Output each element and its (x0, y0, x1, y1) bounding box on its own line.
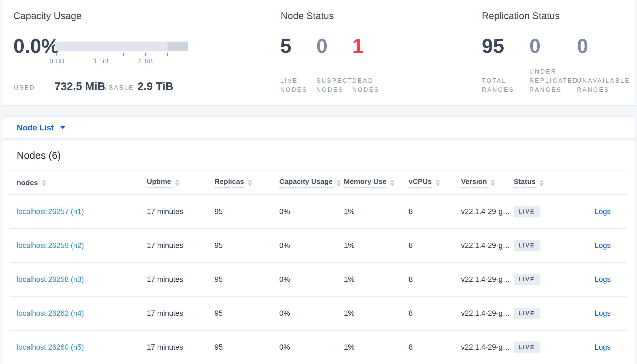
sort-icon (390, 180, 395, 186)
unavailable-ranges-count: 0 (577, 36, 588, 56)
column-header-uptime[interactable]: Uptime (147, 178, 214, 188)
sort-icon (337, 180, 341, 186)
vcpus-cell: 8 (409, 241, 461, 250)
vcpus-cell: 8 (409, 207, 461, 216)
sort-icon (436, 180, 440, 186)
suspect-nodes-label: SUSPECT NODES (316, 64, 350, 94)
capacity-usage-cell: 0% (279, 343, 344, 352)
status-badge: LIVE (514, 206, 540, 217)
sort-icon (248, 180, 252, 186)
node-link[interactable]: localhost:26257 (n1) (17, 207, 84, 216)
node-link[interactable]: localhost:26258 (n3) (17, 275, 84, 284)
dead-nodes-label: DEAD NODES (352, 64, 391, 94)
axis-tick-label: 1 TiB (87, 58, 116, 65)
uptime-cell: 17 minutes (147, 343, 214, 352)
under-replicated-ranges-count: 0 (529, 36, 541, 56)
node-status-title: Node Status (281, 10, 334, 21)
sort-icon (539, 180, 544, 186)
column-header-memory-use[interactable]: Memory Use (344, 178, 409, 188)
capacity-usage-cell: 0% (279, 207, 344, 216)
memory-use-cell: 1% (344, 309, 409, 318)
column-header-status[interactable]: Status (514, 178, 566, 188)
logs-link[interactable]: Logs (595, 241, 611, 250)
memory-use-cell: 1% (344, 241, 409, 250)
status-badge: LIVE (514, 308, 540, 319)
node-link[interactable]: localhost:26259 (n2) (17, 241, 84, 250)
total-ranges-count: 95 (482, 36, 504, 56)
sort-icon (175, 180, 179, 186)
axis-tick (167, 52, 168, 56)
memory-use-cell: 1% (344, 343, 409, 352)
axis-tick (145, 52, 146, 56)
under-replicated-ranges-label: UNDER- REPLICATED RANGES (529, 64, 577, 94)
column-header-nodes[interactable]: nodes (10, 179, 147, 187)
version-cell: v22.1.4-29-g… (461, 275, 514, 284)
logs-link[interactable]: Logs (595, 207, 611, 216)
replicas-cell: 95 (214, 275, 279, 284)
replication-status-title: Replication Status (482, 10, 560, 21)
node-list-dropdown[interactable]: Node List (17, 123, 54, 132)
version-cell: v22.1.4-29-g… (461, 207, 514, 216)
usable-value: 2.9 TiB (138, 80, 173, 93)
used-value: 732.5 MiB (55, 80, 105, 93)
node-link[interactable]: localhost:26260 (n5) (17, 343, 84, 351)
usable-label: USABLE (103, 84, 134, 91)
table-row: localhost:26259 (n2) 17 minutes 95 0% 1%… (10, 229, 627, 263)
replicas-cell: 95 (214, 207, 279, 216)
node-link[interactable]: localhost:26262 (n4) (17, 309, 84, 318)
suspect-nodes-count: 0 (316, 36, 328, 56)
capacity-used-percent: 0.0% (14, 36, 59, 56)
logs-link[interactable]: Logs (595, 275, 611, 284)
axis-tick-label: 2 TiB (131, 58, 160, 65)
logs-link[interactable]: Logs (595, 309, 611, 318)
cluster-summary-card: Capacity Usage 0.0% 0 TiB 1 TiB 2 TiB US… (2, 0, 635, 106)
axis-tick (79, 52, 79, 56)
chevron-down-icon[interactable] (60, 126, 65, 129)
status-badge: LIVE (514, 342, 540, 353)
memory-use-cell: 1% (344, 275, 409, 284)
dead-nodes-count: 1 (352, 36, 364, 56)
cluster-overview-page: Capacity Usage 0.0% 0 TiB 1 TiB 2 TiB US… (0, 0, 637, 364)
capacity-usage-title: Capacity Usage (14, 10, 82, 21)
column-header-replicas[interactable]: Replicas (214, 178, 279, 188)
status-badge: LIVE (514, 240, 540, 251)
uptime-cell: 17 minutes (147, 241, 214, 250)
column-header-vcpus[interactable]: vCPUs (409, 178, 461, 188)
sort-icon (491, 180, 495, 186)
table-row: localhost:26257 (n1) 17 minutes 95 0% 1%… (10, 195, 627, 229)
version-cell: v22.1.4-29-g… (461, 309, 514, 318)
axis-tick (57, 52, 57, 56)
version-cell: v22.1.4-29-g… (461, 343, 514, 352)
memory-use-cell: 1% (344, 207, 409, 216)
version-cell: v22.1.4-29-g… (461, 241, 514, 250)
replicas-cell: 95 (214, 309, 279, 318)
unavailable-ranges-label: UNAVAILABLE RANGES (577, 64, 629, 94)
nodes-table-card: Nodes (6) nodes Uptime Replicas Capacity… (2, 140, 635, 364)
column-header-version[interactable]: Version (461, 178, 514, 188)
axis-tick-label: 0 TiB (43, 58, 71, 65)
capacity-usage-cell: 0% (279, 275, 344, 284)
capacity-usage-cell: 0% (279, 241, 344, 250)
view-selector-card: Node List (2, 116, 635, 139)
replicas-cell: 95 (214, 241, 279, 250)
capacity-usage-bar (55, 42, 188, 51)
logs-link[interactable]: Logs (595, 343, 611, 351)
live-nodes-label: LIVE NODES (280, 64, 314, 94)
nodes-table-title: Nodes (6) (17, 150, 61, 161)
uptime-cell: 17 minutes (147, 275, 214, 284)
replicas-cell: 95 (214, 343, 279, 352)
capacity-usage-cell: 0% (279, 309, 344, 318)
uptime-cell: 17 minutes (147, 207, 214, 216)
table-row: localhost:26258 (n3) 17 minutes 95 0% 1%… (10, 263, 627, 297)
vcpus-cell: 8 (409, 275, 461, 284)
live-nodes-count: 5 (280, 36, 291, 56)
capacity-bar-reserved-segment (168, 42, 188, 51)
table-header-row: nodes Uptime Replicas Capacity Usage Mem… (10, 171, 627, 195)
table-row: localhost:26260 (n5) 17 minutes 95 0% 1%… (10, 330, 627, 364)
table-title-row: Nodes (6) (10, 140, 627, 171)
used-label: USED (14, 84, 35, 91)
vcpus-cell: 8 (409, 343, 461, 352)
status-badge: LIVE (514, 274, 540, 285)
column-header-capacity-usage[interactable]: Capacity Usage (279, 178, 344, 188)
uptime-cell: 17 minutes (147, 309, 214, 318)
